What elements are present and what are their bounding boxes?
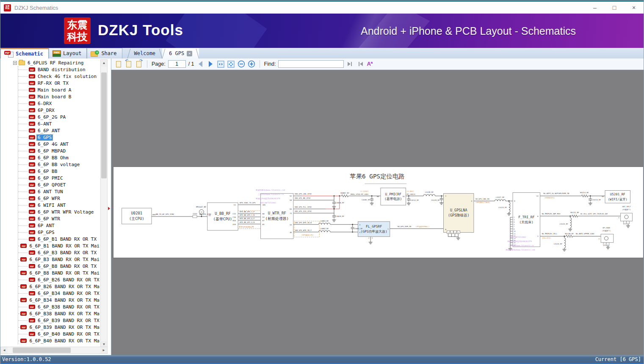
tree-item[interactable]: PDFBAND distribution [0,66,100,73]
find-next-icon[interactable] [357,60,364,68]
tree-item[interactable]: PDF6P_GPS [0,229,100,236]
tree-item[interactable]: PDFCheck 4G fix solution [0,73,100,80]
tree-item[interactable]: PDF6_6P_B8 BAND RX OR TX [0,263,100,270]
tree-item[interactable]: PDF6 ANT TUN [0,188,100,195]
previous-page-icon[interactable] [197,60,205,68]
maximize-button[interactable]: □ [605,2,624,14]
tab-layout[interactable]: PADS Layout [49,48,87,58]
svg-text:(射频处理器): (射频处理器) [265,217,289,221]
tree-item[interactable]: PDF6-DRX [0,100,100,107]
tree-item[interactable]: PDF6_6P_B34 BAND RX OR TX Ma [0,297,100,303]
next-page-icon[interactable] [207,60,215,68]
doc-tab-welcome[interactable]: Welcome [127,48,163,58]
tree-item[interactable]: PDF6_6P BB Ohm [0,154,100,161]
splitter-collapse-icon[interactable] [108,207,110,210]
match-case-icon[interactable]: Aa [367,61,373,67]
svg-text:微信13873152002: 微信13873152002 [510,236,526,238]
tree-item[interactable]: PDF6_6P PMIC [0,175,100,181]
svg-text:2: 2 [448,232,449,234]
svg-text:三银培训Uwww.52xansin.cn: 三银培训Uwww.52xansin.cn [508,245,534,247]
svg-text:PP: PP [201,211,202,213]
tree-item[interactable]: PDF6_6P_B26 BAND RX OR TX Ma [0,283,100,290]
svg-text:(GPS功率放大器): (GPS功率放大器) [360,230,387,233]
tab-share[interactable]: Share [87,48,122,58]
tree-item[interactable]: PDF6_6P_B38 BAND RX OR TX [0,303,100,310]
tree-item[interactable]: PDF6_6P_B39 BAND RX OR TX [0,317,100,324]
tree-item[interactable]: PDF6_6P_B3 BAND RX OR TX [0,249,100,256]
svg-text:U_PMICRF: U_PMICRF [385,192,401,196]
tree-item[interactable]: PDF6P ANT [0,222,100,229]
tree-horizontal-scrollbar[interactable]: ◄ ► [0,347,108,354]
svg-text:R3807_RF: R3807_RF [340,192,349,194]
scrollbar-thumb[interactable] [101,72,107,178]
fit-page-icon[interactable] [227,60,235,68]
version-label: Version:1.0.0.52 [2,356,51,362]
tree-item[interactable]: PDF6_6P_B38 BAND RX OR TX Ma [0,310,100,317]
tree-item[interactable]: PDF6_6P_B39 BAND RX OR TX Ma [0,324,100,331]
tree-item[interactable]: PDFRF-RX OR TX [0,80,100,86]
find-input[interactable] [278,60,344,68]
svg-text:C3828_RF: C3828_RF [336,202,345,204]
zoom-in-icon[interactable] [248,60,255,68]
svg-text:VREG_1P3V—PP_LDO1: VREG_1P3V—PP_LDO1 [351,193,369,195]
svg-text:1: 1 [618,217,619,219]
tree-item[interactable]: PDF6_6P WTR WFR Voltage [0,208,100,215]
svg-text:2: 2 [625,222,625,224]
scrollbar-thumb[interactable] [13,347,71,353]
document-canvas[interactable]: U0201(主CPU)U_BB_RF(基带CPU)U_WTR_RF(射频处理器)… [111,70,644,355]
tree-item[interactable]: PDF6_6P WTR [0,215,100,222]
scroll-left-icon[interactable]: ◄ [1,347,8,353]
svg-text:C16: C16 [233,216,236,218]
svg-text:L5123_RF: L5123_RF [498,206,507,208]
scroll-right-icon[interactable]: ► [100,347,107,353]
close-button[interactable]: × [624,2,644,14]
tree-item[interactable]: PDF6_6P_B1 BAND RX OR TX [0,236,100,242]
page-number-input[interactable] [168,60,186,68]
tree-item[interactable]: PDF6_6P WFR [0,195,100,202]
tree-item[interactable]: PDF6_6P_B1 BAND RX OR TX Mai [0,242,100,249]
fit-width-icon[interactable] [217,60,225,68]
pdf-file-icon: PDF [29,176,35,180]
svg-text:果粉快修连锁www.52xansin.com: 果粉快修连锁www.52xansin.com [506,249,535,251]
svg-text:L5125_RF: L5125_RF [560,223,569,225]
scroll-up-icon[interactable]: ▲ [101,60,107,67]
print-page-icon[interactable] [115,60,122,68]
find-previous-icon[interactable] [346,60,354,68]
tree-item[interactable]: PDF6 GPS [0,134,100,141]
tree-item[interactable]: PDF6_6P QPOET [0,181,100,188]
tree-item[interactable]: PDF6 WIFI ANT [0,202,100,208]
tree-item[interactable]: PDF6_6P BB [0,168,100,175]
tree-item[interactable]: PDF6_6P_B3 BAND RX OR TX Mai [0,256,100,263]
tree-item[interactable]: PDF6_6P 4G ANT [0,141,100,147]
pdf-file-icon: PDF [29,230,35,234]
doc-tab-6gps[interactable]: 6 GPS × [162,48,199,58]
tree-item[interactable]: PDFMain board A [0,86,100,93]
zoom-out-icon[interactable] [238,60,245,68]
tree-item[interactable]: PDF6_6P ANT [0,127,100,134]
svg-text:13: 13 [514,238,515,239]
tree-vertical-scrollbar[interactable]: ▲ ▼ [100,59,108,348]
svg-text:44: 44 [290,224,292,226]
tree-item[interactable]: PDF6_6P_2G PA [0,114,100,120]
tab-schematic[interactable]: Schematic [0,48,49,58]
tree-item[interactable]: PDF6_6P MBPAD [0,147,100,154]
tree-root-folder[interactable]: 6_6PLUS RF Repairing [0,59,100,66]
rotate-right-icon[interactable] [135,60,143,68]
tree-item[interactable]: PDF6-ANT [0,120,100,127]
close-tab-icon[interactable]: × [187,51,192,56]
tree-item[interactable]: PDF6_6P_B40 BAND RX OR TX [0,331,100,337]
tree-item[interactable]: PDFMain board B [0,93,100,100]
tree-item[interactable]: PDF6_6P_B26 BAND RX OR TX [0,276,100,283]
pdf-file-icon: PDF [29,94,35,99]
svg-text:R5130_RF: R5130_RF [565,233,574,235]
rotate-left-icon[interactable] [125,60,133,68]
tree-item[interactable]: PDF6_6P_B40 BAND RX OR TX Ma [0,337,100,344]
pdf-file-icon: PDF [29,128,35,133]
tree-item[interactable]: PDF6_6P_B8 BAND RX OR TX Mai [0,270,100,276]
collapse-icon[interactable] [13,61,17,65]
tree-item[interactable]: PDF6_6P_B34 BAND RX OR TX [0,290,100,297]
tree-item[interactable]: PDF6P_DRX [0,107,100,114]
tree-item[interactable]: PDF6_6P BB voltage [0,161,100,168]
pdf-file-icon: PDF [29,74,35,78]
minimize-button[interactable]: – [585,2,605,14]
